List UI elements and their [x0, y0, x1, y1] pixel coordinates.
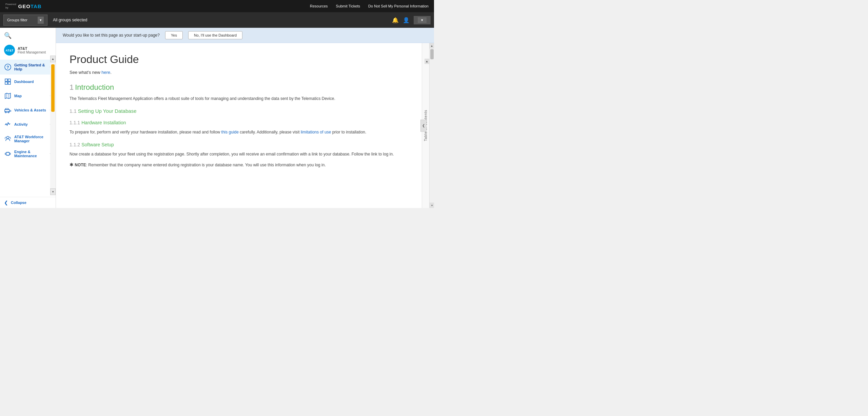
section1-number: 1 [70, 83, 74, 92]
collapse-label: Collapse [11, 201, 26, 205]
section11-heading: 1.1 Setting Up Your Database [70, 108, 408, 114]
guide-note: ✱ NOTE: Remember that the company name e… [70, 161, 408, 169]
section1-heading: 1 Introduction [70, 83, 408, 92]
groups-selected-text: All groups selected [53, 18, 87, 22]
sidebar-scroll-down-arrow[interactable]: ▾ [50, 188, 56, 195]
note-body: : Remember that the company name entered… [86, 163, 326, 167]
sidebar-item-label-activity: Activity [14, 122, 47, 126]
brand-name: AT&T [18, 46, 46, 50]
map-icon [4, 92, 12, 100]
section112-title: Software Setup [81, 142, 114, 147]
section111-body: To prepare for, perform and verify your … [70, 129, 408, 136]
svg-marker-8 [5, 93, 11, 99]
section11-number: 1.1 [70, 108, 77, 114]
sidebar-item-label-vehicles: Vehicles & Assets [14, 108, 47, 112]
note-star: ✱ [70, 162, 74, 167]
activity-icon [4, 121, 12, 128]
help-icon: ? [4, 63, 12, 71]
section111-number: 1.1.1 [70, 120, 80, 125]
scroll-thumb[interactable] [430, 49, 434, 59]
product-guide-title: Product Guide [70, 53, 408, 66]
guide-scroll-up-arrow[interactable]: ▲ [425, 59, 429, 64]
scroll-up-arrow[interactable]: ▲ [430, 43, 434, 48]
groups-bar: Groups filter ▾ All groups selected 🔔 👤 … [0, 12, 434, 28]
groups-bar-right: 🔔 👤 ▾ [392, 16, 431, 24]
section111-heading: 1.1.1 Hardware Installation [70, 120, 408, 125]
sidebar-scrollbar[interactable]: ▲ ▾ [50, 56, 56, 195]
sidebar-item-map[interactable]: Map ▾ [0, 89, 56, 103]
sidebar-collapse-button[interactable]: ❮ Collapse [0, 197, 56, 208]
sidebar-item-engine[interactable]: Engine & Maintenance ▾ [0, 146, 56, 161]
top-nav: Resources Submit Tickets Do Not Sell My … [310, 4, 429, 8]
right-collapse-button[interactable]: ❮ [420, 120, 427, 132]
svg-text:?: ? [6, 65, 9, 70]
bell-icon[interactable]: 🔔 [392, 17, 399, 23]
right-scrollbar[interactable]: ▲ ▾ [429, 43, 434, 208]
sidebar-item-label-map: Map [14, 94, 47, 98]
engine-icon [4, 150, 12, 158]
section111-body-prefix: To prepare for, perform and verify your … [70, 130, 221, 134]
brand-text-area: AT&T Fleet Management [18, 46, 46, 54]
sidebar-item-label-engine: Engine & Maintenance [14, 150, 47, 158]
main-layout: 🔍 AT&T AT&T Fleet Management ? Getting S [0, 28, 434, 208]
sidebar-item-label-workforce: AT&T Workforce Manager [14, 135, 52, 143]
brand-logo-icon: AT&T [4, 45, 15, 56]
sidebar-nav: ? Getting Started & Help ▾ Dashboard Map… [0, 60, 56, 197]
sidebar-item-label-dashboard: Dashboard [14, 80, 52, 84]
groups-filter-label: Groups filter [7, 18, 27, 22]
logo-area: Powered by GEOTAB [5, 3, 42, 10]
search-icon[interactable]: 🔍 [4, 32, 12, 39]
sidebar-item-activity[interactable]: Activity ▾ [0, 117, 56, 131]
this-guide-link[interactable]: this guide [221, 130, 239, 134]
svg-point-14 [8, 111, 9, 113]
sidebar-search-area[interactable]: 🔍 [0, 28, 56, 43]
section112-number: 1.1.2 [70, 142, 80, 147]
geotab-logo: GEOTAB [18, 3, 42, 9]
groups-filter-arrow-icon: ▾ [38, 17, 44, 24]
powered-by-text: Powered by [5, 3, 16, 10]
scroll-track [430, 48, 434, 203]
sidebar-item-getting-started[interactable]: ? Getting Started & Help ▾ [0, 60, 56, 75]
sidebar-scroll-thumb[interactable] [51, 64, 55, 112]
sidebar-scroll-up-arrow[interactable]: ▲ [50, 56, 56, 62]
svg-rect-7 [8, 82, 11, 84]
user-menu-label: ▾ [418, 17, 427, 23]
svg-rect-17 [5, 153, 6, 154]
sidebar-item-label-getting-started: Getting Started & Help [14, 63, 47, 71]
svg-point-13 [5, 111, 6, 113]
section111-body-suffix: prior to installation. [331, 130, 366, 134]
user-icon[interactable]: 👤 [403, 17, 410, 23]
no-dashboard-button[interactable]: No, I'll use the Dashboard [188, 31, 242, 39]
submit-tickets-link[interactable]: Submit Tickets [336, 4, 360, 8]
section1-body: The Telematics Fleet Management Applicat… [70, 95, 408, 102]
section112-body: Now create a database for your fleet usi… [70, 151, 408, 158]
svg-rect-18 [9, 153, 11, 154]
section11-title: Setting Up Your Database [78, 108, 137, 114]
dashboard-icon [4, 78, 12, 85]
user-menu-button[interactable]: ▾ [414, 16, 431, 24]
see-new-suffix: . [110, 70, 112, 75]
see-new-prefix: See what's new [70, 70, 101, 75]
yes-button[interactable]: Yes [165, 31, 183, 39]
sidebar: 🔍 AT&T AT&T Fleet Management ? Getting S [0, 28, 56, 208]
section111-body-mid: carefully. Additionally, please visit [239, 130, 301, 134]
sidebar-item-vehicles[interactable]: Vehicles & Assets ▾ [0, 103, 56, 117]
section112-heading: 1.1.2 Software Setup [70, 142, 408, 147]
guide-content: Product Guide See what's new here. 1 Int… [56, 43, 422, 208]
groups-filter-button[interactable]: Groups filter ▾ [3, 15, 47, 26]
content-area: Would you like to set this page as your … [56, 28, 434, 208]
scroll-down-arrow[interactable]: ▾ [430, 203, 434, 208]
do-not-sell-link[interactable]: Do Not Sell My Personal Information [368, 4, 429, 8]
here-link[interactable]: here [101, 70, 110, 75]
sidebar-item-dashboard[interactable]: Dashboard [0, 75, 56, 89]
resources-link[interactable]: Resources [310, 4, 328, 8]
section1-title: Introduction [75, 83, 114, 92]
svg-point-15 [7, 137, 9, 139]
sidebar-item-workforce[interactable]: AT&T Workforce Manager [0, 131, 56, 146]
vehicles-icon [4, 106, 12, 114]
section111-title: Hardware Installation [81, 120, 126, 125]
note-bold: NOTE [75, 163, 86, 167]
svg-rect-16 [6, 152, 9, 155]
brand-sub: Fleet Management [18, 50, 46, 54]
limitations-link[interactable]: limitations of use [301, 130, 331, 134]
